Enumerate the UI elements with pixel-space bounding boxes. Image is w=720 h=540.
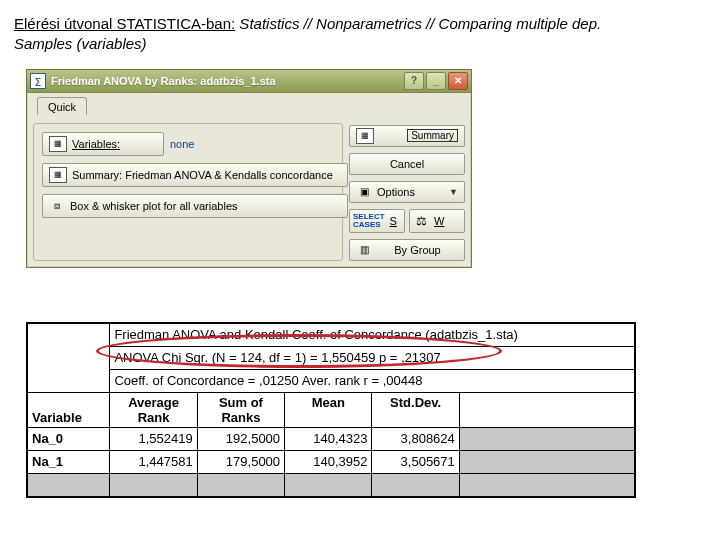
by-group-icon: ▥ — [356, 243, 372, 257]
boxplot-icon: ⧈ — [49, 199, 65, 213]
variables-value: none — [170, 138, 194, 150]
summary-friedman-button[interactable]: ▦ Summary: Friedman ANOVA & Kendalls con… — [42, 163, 348, 187]
col-variable: Variable — [27, 392, 110, 427]
results-stat: ANOVA Chi Sqr. (N = 124, df = 1) = 1,550… — [110, 346, 635, 369]
col-sum-ranks: Sum ofRanks — [197, 392, 284, 427]
dialog-title: Friedman ANOVA by Ranks: adatbzis_1.sta — [51, 75, 402, 87]
page-heading: Elérési útvonal STATISTICA-ban: Statisti… — [14, 14, 706, 55]
col-empty — [459, 392, 635, 427]
box-whisker-button[interactable]: ⧈ Box & whisker plot for all variables — [42, 194, 348, 218]
by-group-label: By Group — [377, 244, 458, 256]
grid-icon: ▦ — [356, 128, 374, 144]
app-icon: ∑ — [30, 73, 46, 89]
results-table: Friedman ANOVA and Kendall Coeff. of Con… — [26, 322, 636, 498]
cancel-label: Cancel — [356, 158, 458, 170]
w-label: W — [434, 215, 444, 227]
variables-label: Variables: — [72, 138, 120, 150]
options-icon: ▣ — [356, 185, 372, 199]
grid-icon: ▦ — [49, 136, 67, 152]
summary-friedman-label: Summary: Friedman ANOVA & Kendalls conco… — [72, 169, 341, 181]
heading-path-2: Samples (variables) — [14, 35, 147, 52]
results-coeff: Coeff. of Concordance = ,01250 Aver. ran… — [110, 369, 635, 392]
col-avg-rank: AverageRank — [110, 392, 197, 427]
summary-button[interactable]: ▦ Summary — [349, 125, 465, 147]
close-button[interactable]: ✕ — [448, 72, 468, 90]
left-pane: ▦ Variables: none ▦ Summary: Friedman AN… — [33, 123, 343, 261]
titlebar: ∑ Friedman ANOVA by Ranks: adatbzis_1.st… — [27, 70, 471, 93]
table-row: Na_0 1,552419 192,5000 140,4323 3,808624 — [27, 427, 635, 450]
weights-button[interactable]: ⚖ W — [409, 209, 465, 233]
heading-lead: Elérési útvonal STATISTICA-ban: — [14, 15, 235, 32]
by-group-button[interactable]: ▥ By Group — [349, 239, 465, 261]
results-title: Friedman ANOVA and Kendall Coeff. of Con… — [110, 323, 635, 347]
options-button[interactable]: ▣ Options ▼ — [349, 181, 465, 203]
weights-icon: ⚖ — [413, 214, 429, 228]
col-stddev: Std.Dev. — [372, 392, 459, 427]
tab-quick[interactable]: Quick — [37, 97, 87, 115]
tabstrip: Quick — [33, 97, 465, 117]
friedman-dialog: ∑ Friedman ANOVA by Ranks: adatbzis_1.st… — [26, 69, 472, 268]
cancel-button[interactable]: Cancel — [349, 153, 465, 175]
results-panel: Friedman ANOVA and Kendall Coeff. of Con… — [26, 322, 636, 498]
chevron-down-icon: ▼ — [449, 187, 458, 197]
minimize-button[interactable]: _ — [426, 72, 446, 90]
select-cases-button[interactable]: SELECTCASES S — [349, 209, 405, 233]
box-whisker-label: Box & whisker plot for all variables — [70, 200, 341, 212]
select-cases-icon: SELECTCASES — [353, 213, 385, 229]
summary-label: Summary — [407, 129, 458, 142]
grid-icon: ▦ — [49, 167, 67, 183]
s-label: S — [390, 215, 397, 227]
col-mean: Mean — [285, 392, 372, 427]
table-row-empty — [27, 473, 635, 497]
variables-button[interactable]: ▦ Variables: — [42, 132, 164, 156]
heading-path: Statistics // Nonparametrics // Comparin… — [235, 15, 601, 32]
right-pane: ▦ Summary Cancel ▣ Options ▼ SELECTCASES… — [349, 123, 465, 261]
options-label: Options — [377, 186, 444, 198]
help-button[interactable]: ? — [404, 72, 424, 90]
table-row: Na_1 1,447581 179,5000 140,3952 3,505671 — [27, 450, 635, 473]
